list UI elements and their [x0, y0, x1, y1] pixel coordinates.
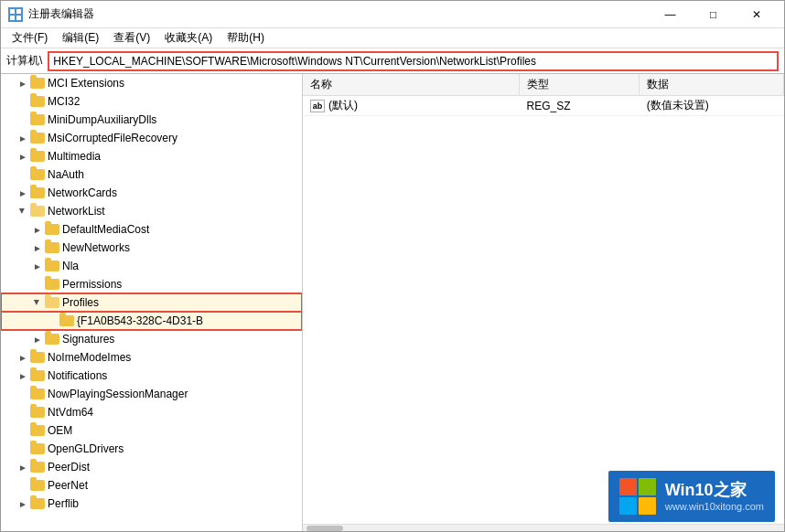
expand-icon-opengldrivers: [16, 442, 30, 456]
tree-label-mci32: MCI32: [48, 95, 298, 108]
address-input[interactable]: [48, 51, 779, 71]
windows-logo-icon: [619, 478, 656, 515]
expand-icon-naauth: [16, 167, 30, 182]
expand-icon-nowplaying: [16, 387, 30, 401]
expand-icon-noimemodelmes: ►: [16, 350, 30, 365]
tree-item-signatures[interactable]: ► Signatures: [1, 330, 302, 348]
tree-item-profiles[interactable]: ► Profiles: [1, 293, 302, 312]
folder-icon-naauth: [30, 169, 45, 180]
tree-label-permissions: Permissions: [62, 278, 298, 291]
tree-label-mci: MCI Extensions: [48, 77, 298, 90]
watermark-title: Win10之家: [665, 481, 764, 501]
expand-icon-permissions: [30, 277, 45, 292]
title-bar: 注册表编辑器 — □ ✕: [1, 1, 784, 28]
expand-icon-defaultmediacost: ►: [30, 222, 45, 237]
tree-item-opengldrivers[interactable]: OpenGLDrivers: [1, 440, 302, 458]
tree-label-ntvdm64: NtVdm64: [48, 406, 298, 419]
tree-label-opengldrivers: OpenGLDrivers: [48, 442, 298, 455]
close-button[interactable]: ✕: [736, 1, 777, 28]
reg-name-value: (默认): [328, 98, 358, 113]
expand-icon-notifications: ►: [16, 368, 30, 383]
expand-icon-mci: ►: [16, 76, 30, 90]
tree-label-peernet: PeerNet: [48, 479, 298, 492]
tree-item-nowplaying[interactable]: NowPlayingSessionManager: [1, 385, 302, 403]
expand-icon-peerdist: ►: [16, 460, 30, 474]
tree-item-mci[interactable]: ► MCI Extensions: [1, 74, 302, 92]
folder-icon-defaultmediacost: [45, 224, 59, 235]
tree-item-nla[interactable]: ► Nla: [1, 257, 302, 275]
tree-item-minidump[interactable]: MiniDumpAuxiliaryDlls: [1, 111, 302, 129]
tree-item-oem[interactable]: OEM: [1, 421, 302, 440]
tree-label-naauth: NaAuth: [48, 168, 298, 181]
tree-item-profile-guid[interactable]: {F1A0B543-328C-4D31-B: [1, 312, 302, 330]
tree-label-noimemodelmes: NoImeModeImes: [48, 351, 298, 364]
registry-table[interactable]: 名称 类型 数据 ab (默认): [303, 74, 784, 524]
expand-icon-multimedia: ►: [16, 149, 30, 164]
folder-icon-profile-guid: [59, 315, 74, 326]
tree-label-minidump: MiniDumpAuxiliaryDlls: [48, 113, 298, 126]
tree-item-networklist[interactable]: ► NetworkList: [1, 202, 302, 220]
menu-view[interactable]: 查看(V): [106, 28, 157, 48]
folder-icon-signatures: [45, 334, 59, 345]
main-area: ► MCI Extensions MCI32 MiniDumpAuxiliary…: [1, 74, 784, 531]
folder-icon-permissions: [45, 279, 59, 290]
tree-label-nowplaying: NowPlayingSessionManager: [48, 388, 298, 400]
minimize-button[interactable]: —: [650, 1, 691, 28]
table-row[interactable]: ab (默认) REG_SZ (数值未设置): [303, 96, 784, 116]
col-header-data[interactable]: 数据: [640, 74, 784, 96]
tree-item-mci32[interactable]: MCI32: [1, 92, 302, 111]
menu-favorites[interactable]: 收藏夹(A): [157, 28, 220, 48]
folder-icon-ntvdm64: [30, 407, 45, 418]
folder-icon-noimemodelmes: [30, 352, 45, 363]
tree-panel[interactable]: ► MCI Extensions MCI32 MiniDumpAuxiliary…: [1, 74, 303, 531]
folder-icon-peerdist: [30, 462, 45, 473]
folder-icon-multimedia: [30, 151, 45, 162]
folder-icon-profiles: [45, 297, 59, 308]
folder-icon-networkcards: [30, 187, 45, 198]
menu-help[interactable]: 帮助(H): [220, 28, 272, 48]
reg-type-cell: REG_SZ: [519, 96, 639, 116]
tree-label-networklist: NetworkList: [48, 205, 298, 218]
tree-item-networkcards[interactable]: ► NetworkCards: [1, 184, 302, 202]
tree-item-peernet[interactable]: PeerNet: [1, 476, 302, 495]
scrollbar-thumb: [306, 526, 343, 531]
col-header-type[interactable]: 类型: [519, 74, 639, 96]
regedit-icon: [8, 7, 23, 22]
tree-item-peerdist[interactable]: ► PeerDist: [1, 458, 302, 476]
tree-item-defaultmediacost[interactable]: ► DefaultMediaCost: [1, 220, 302, 239]
right-panel: 名称 类型 数据 ab (默认): [303, 74, 784, 531]
tree-item-naauth[interactable]: NaAuth: [1, 165, 302, 184]
folder-icon-newnetworks: [45, 242, 59, 253]
tree-item-noimemodelmes[interactable]: ► NoImeModeImes: [1, 348, 302, 367]
horizontal-scrollbar[interactable]: [303, 524, 784, 531]
menu-file[interactable]: 文件(F): [5, 28, 55, 48]
window-controls: — □ ✕: [650, 1, 777, 28]
registry-editor-window: 注册表编辑器 — □ ✕ 文件(F) 编辑(E) 查看(V) 收藏夹(A) 帮助…: [0, 0, 785, 532]
folder-icon-nla: [45, 261, 59, 271]
tree-label-signatures: Signatures: [62, 333, 298, 346]
folder-icon-mci: [30, 78, 45, 89]
folder-icon-peernet: [30, 480, 45, 491]
address-label: 计算机\: [6, 53, 42, 69]
folder-icon-mci32: [30, 96, 45, 107]
folder-icon-notifications: [30, 370, 45, 381]
maximize-button[interactable]: □: [693, 1, 734, 28]
tree-item-multimedia[interactable]: ► Multimedia: [1, 147, 302, 165]
tree-item-permissions[interactable]: Permissions: [1, 275, 302, 293]
reg-data-cell: (数值未设置): [640, 96, 784, 116]
tree-item-perflib[interactable]: ► Perflib: [1, 495, 302, 513]
folder-icon-msicorrupted: [30, 133, 45, 144]
tree-item-notifications[interactable]: ► Notifications: [1, 367, 302, 385]
watermark: Win10之家 www.win10xitong.com: [608, 471, 775, 522]
expand-icon-peernet: [16, 478, 30, 493]
tree-label-peerdist: PeerDist: [48, 461, 298, 473]
svg-rect-3: [10, 16, 15, 20]
expand-icon-oem: [16, 423, 30, 438]
menu-edit[interactable]: 编辑(E): [55, 28, 106, 48]
svg-rect-2: [16, 9, 21, 14]
tree-item-msicorrupted[interactable]: ► MsiCorruptedFileRecovery: [1, 129, 302, 147]
watermark-text: Win10之家 www.win10xitong.com: [665, 481, 764, 512]
tree-item-ntvdm64[interactable]: NtVdm64: [1, 403, 302, 421]
col-header-name[interactable]: 名称: [303, 74, 519, 96]
tree-item-newnetworks[interactable]: ► NewNetworks: [1, 239, 302, 257]
